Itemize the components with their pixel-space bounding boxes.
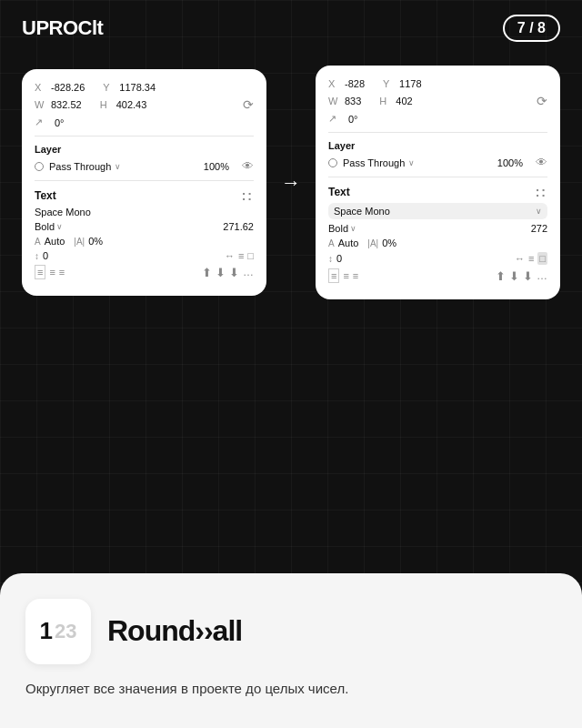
line-height-label: A: [35, 237, 41, 247]
r-coords-xy: X -828 Y 1178: [328, 78, 547, 89]
text-props-row: A Auto |A| 0%: [35, 236, 254, 247]
letter-spacing-prop: |A| 0%: [74, 236, 103, 247]
line-height-prop: A Auto: [35, 236, 65, 247]
r-w-value: 833: [345, 96, 361, 106]
align-center-text: ≡: [49, 267, 55, 278]
r-h-value: 402: [396, 96, 412, 106]
para-spacing-prop: ↕ 0: [35, 250, 48, 261]
r-font-name-row: Space Mono ∨: [328, 203, 547, 219]
para-label: ↕: [35, 251, 39, 261]
r-font-size: 272: [531, 223, 547, 234]
h-value: 402.43: [116, 99, 147, 110]
r-wrap-icon: ↔: [515, 253, 525, 264]
frame-icon: □: [247, 250, 254, 261]
plugin-icon-inner: 1 23: [40, 617, 77, 645]
r-blend-mode: Pass Through ∨: [343, 157, 415, 168]
r-h-label: H: [379, 96, 392, 106]
font-weight-chevron: ∨: [56, 222, 63, 231]
r-align-left-icon: ≡: [528, 253, 534, 264]
right-panel: X -828 Y 1178 W 833 H 402 ⟳ ↗ 0° Lay: [316, 66, 560, 299]
blend-row: Pass Through ∨ 100% 👁: [35, 159, 254, 173]
r-blend-row: Pass Through ∨ 100% 👁: [328, 156, 547, 169]
r-valign-mid-icon: ⬇: [509, 269, 519, 283]
page-counter: 7 / 8: [503, 15, 560, 42]
r-text-section-title: Text ::: [328, 185, 547, 199]
dots-icon: ::: [242, 188, 254, 203]
r-font-chevron: ∨: [536, 207, 542, 216]
r-resize-icon: ⟳: [537, 94, 547, 108]
visibility-icon: 👁: [242, 159, 254, 173]
bottom-section: 1 23 Round››all Округляет все значения в…: [0, 573, 582, 729]
divider-2: [35, 180, 254, 181]
plugin-description: Округляет все значения в проекте до целы…: [25, 679, 557, 700]
opacity-value: 100%: [204, 161, 229, 172]
field-y: Y 1178.34: [103, 82, 156, 93]
r-field-y: Y 1178: [383, 78, 421, 89]
para-value: 0: [43, 250, 48, 261]
para-row: ↕ 0 ↔ ≡ □: [35, 250, 254, 261]
letter-spacing-label: |A|: [74, 237, 85, 247]
r-para-spacing-prop: ↕ 0: [328, 253, 342, 264]
r-valign-top-icon: ⬆: [496, 269, 506, 283]
field-w: W 832.52: [35, 97, 82, 112]
text-align-row: ≡ ≡ ≡ ⬆ ⬇ ⬇ …: [35, 265, 254, 279]
valign-top-icon: ⬆: [202, 266, 212, 279]
font-detail-row: Bold ∨ 271.62: [35, 221, 254, 232]
plugin-row: 1 23 Round››all: [25, 599, 557, 664]
align-left-icon: ≡: [238, 250, 244, 261]
plugin-icon: 1 23: [25, 599, 91, 664]
r-font-weight: Bold ∨: [328, 223, 356, 234]
r-font-weight-chevron: ∨: [350, 224, 356, 233]
arrow: →: [281, 171, 301, 195]
r-font-name: Space Mono: [334, 206, 532, 217]
text-section-title: Text ::: [35, 188, 254, 203]
font-weight: Bold ∨: [35, 221, 63, 232]
letter-spacing-value: 0%: [88, 236, 103, 247]
r-font-dropdown[interactable]: Space Mono ∨: [328, 203, 547, 219]
font-name-row: Space Mono: [35, 207, 254, 217]
r-divider-1: [328, 132, 547, 133]
r-letter-spacing-prop: |A| 0%: [367, 238, 396, 248]
panels-container: X -828.26 Y 1178.34 W 832.52 H 402.43 ⟳ …: [0, 56, 582, 318]
divider-1: [35, 136, 254, 136]
r-text-align-row: ≡ ≡ ≡ ⬆ ⬇ ⬇ …: [328, 268, 547, 283]
valign-mid-icon: ⬇: [216, 266, 226, 279]
r-text-props-row: A Auto |A| 0%: [328, 238, 547, 248]
r-para-label: ↕: [328, 254, 333, 264]
blend-mode: Pass Through ∨: [49, 161, 121, 172]
r-font-detail-row: Bold ∨ 272: [328, 223, 547, 234]
angle-label: ↗: [35, 116, 47, 128]
w-value: 832.52: [51, 99, 82, 110]
r-angle-value: 0°: [348, 114, 358, 125]
r-line-height-value: Auto: [338, 238, 359, 248]
r-dots-icon: ::: [536, 185, 547, 199]
plugin-icon-num2: 23: [55, 620, 76, 643]
line-height-value: Auto: [45, 236, 65, 247]
r-x-label: X: [328, 78, 341, 89]
r-frame-icon: □: [537, 252, 547, 265]
field-x: X -828.26: [35, 82, 85, 93]
r-field-w: W 833: [328, 94, 361, 108]
r-line-height-label: A: [328, 238, 335, 248]
r-para-value: 0: [336, 253, 342, 264]
r-layer-title: Layer: [328, 140, 547, 151]
r-x-value: -828: [345, 78, 365, 89]
r-letter-spacing-value: 0%: [382, 238, 396, 248]
align-right-text: ≡: [59, 267, 65, 278]
coords-xy: X -828.26 Y 1178.34: [35, 82, 254, 93]
plugin-icon-num1: 1: [40, 617, 53, 645]
angle-row: ↗ 0°: [35, 116, 254, 128]
coords-wh: W 832.52 H 402.43 ⟳: [35, 97, 254, 112]
x-label: X: [35, 82, 47, 93]
r-y-value: 1178: [399, 78, 421, 89]
r-field-h: H 402: [379, 94, 412, 108]
plugin-name: Round››all: [107, 614, 242, 648]
wrap-icon: ↔: [225, 250, 235, 261]
more-icon: …: [243, 266, 254, 278]
r-blend-icon: [328, 158, 337, 167]
align-left-text: ≡: [35, 265, 45, 279]
r-line-height-prop: A Auto: [328, 238, 358, 248]
left-panel: X -828.26 Y 1178.34 W 832.52 H 402.43 ⟳ …: [22, 69, 266, 296]
r-field-x: X -828: [328, 78, 365, 89]
r-coords-wh: W 833 H 402 ⟳: [328, 94, 547, 108]
